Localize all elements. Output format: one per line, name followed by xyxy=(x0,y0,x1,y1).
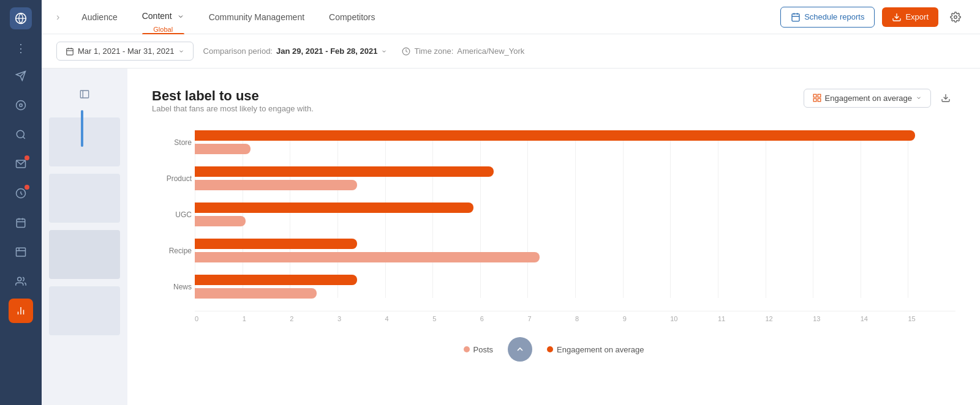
export-button[interactable]: Export xyxy=(882,7,938,27)
bar-row-product: Product xyxy=(195,166,956,190)
x-tick: 13 xyxy=(813,315,861,322)
app-container: ⋮ › xyxy=(0,0,980,405)
salmon-bar-store xyxy=(195,144,251,154)
svg-rect-22 xyxy=(792,13,799,21)
nav-actions: Schedule reports Export xyxy=(780,7,965,28)
x-tick: 0 xyxy=(195,315,243,322)
salmon-bar-product xyxy=(195,180,357,190)
legend-posts: Posts xyxy=(464,345,494,354)
orange-bar-store xyxy=(195,130,915,141)
sidebar-item-chart[interactable] xyxy=(9,299,33,323)
chart-title: Best label to use xyxy=(152,88,314,104)
svg-rect-38 xyxy=(818,98,821,102)
svg-line-10 xyxy=(21,193,22,195)
panel-thumbnail-2 xyxy=(49,174,120,223)
sidebar-item-team[interactable] xyxy=(9,269,33,294)
chart-header: Best label to use Label that fans are mo… xyxy=(152,88,956,128)
x-tick: 15 xyxy=(908,315,956,322)
tab-content[interactable]: Content Global xyxy=(130,0,197,34)
bar-label-recipe: Recipe xyxy=(152,247,192,255)
panel-thumbnail-3 xyxy=(49,230,120,279)
bar-row-store: Store xyxy=(195,130,956,154)
svg-point-3 xyxy=(17,101,26,110)
nav-tabs: Audience Content Global Community Manage… xyxy=(69,0,780,34)
app-logo[interactable] xyxy=(10,7,32,29)
left-panel xyxy=(42,69,127,405)
x-tick: 14 xyxy=(861,315,908,322)
svg-point-18 xyxy=(18,277,21,281)
filter-bar: Mar 1, 2021 - Mar 31, 2021 Comparison pe… xyxy=(42,34,980,69)
scroll-up-button[interactable] xyxy=(508,337,532,362)
tab-community-management[interactable]: Community Management xyxy=(197,1,317,33)
bar-chart: Store Product UGC Recipe xyxy=(152,130,956,322)
x-tick: 12 xyxy=(766,315,813,322)
x-tick: 5 xyxy=(432,315,480,322)
date-range-filter[interactable]: Mar 1, 2021 - Mar 31, 2021 xyxy=(56,42,194,61)
x-tick: 8 xyxy=(575,315,623,322)
bars-store xyxy=(195,130,956,154)
chart-controls: Engagement on average xyxy=(804,88,956,108)
sidebar-item-page[interactable] xyxy=(9,93,33,117)
sidebar-item-search[interactable] xyxy=(9,122,33,147)
svg-point-5 xyxy=(17,130,24,138)
chart-container: Best label to use Label that fans are mo… xyxy=(127,69,980,405)
schedule-reports-button[interactable]: Schedule reports xyxy=(780,7,875,28)
svg-rect-36 xyxy=(818,94,821,97)
orange-bar-product xyxy=(195,166,494,177)
bar-row-news: News xyxy=(195,275,956,299)
nav-back-button[interactable]: › xyxy=(56,12,59,23)
bar-label-ugc: UGC xyxy=(152,210,192,219)
bars-news xyxy=(195,275,956,299)
svg-rect-15 xyxy=(17,248,26,256)
timezone-filter: Time zone: America/New_York xyxy=(402,46,524,56)
bars-product xyxy=(195,166,956,190)
legend-dot-engagement xyxy=(547,346,553,352)
sidebar-item-publish[interactable] xyxy=(9,64,33,88)
bar-row-recipe: Recipe xyxy=(195,239,956,262)
sidebar-item-inbox[interactable] xyxy=(9,152,33,176)
sidebar: ⋮ xyxy=(0,0,42,405)
sidebar-item-calendar2[interactable] xyxy=(9,240,33,264)
tab-competitors[interactable]: Competitors xyxy=(317,1,387,33)
chart-inner: Store Product UGC Recipe xyxy=(195,130,956,322)
x-tick: 10 xyxy=(670,315,718,322)
download-chart-button[interactable] xyxy=(936,88,956,108)
panel-nav-icon[interactable] xyxy=(74,83,96,105)
bars-ugc xyxy=(195,202,956,226)
orange-bar-ugc xyxy=(195,202,473,213)
bar-label-news: News xyxy=(152,283,192,291)
x-tick: 6 xyxy=(480,315,528,322)
svg-rect-11 xyxy=(17,219,25,228)
salmon-bar-news xyxy=(195,288,317,299)
legend-dot-posts xyxy=(464,346,470,352)
scroll-indicator xyxy=(81,110,83,147)
top-navigation: › Audience Content Global Community Mana… xyxy=(42,0,980,34)
svg-rect-28 xyxy=(67,48,74,55)
chart-title-section: Best label to use Label that fans are mo… xyxy=(152,88,314,128)
content-area: Best label to use Label that fans are mo… xyxy=(42,69,980,405)
main-content: › Audience Content Global Community Mana… xyxy=(42,0,980,405)
bars-recipe xyxy=(195,239,956,262)
x-tick: 4 xyxy=(385,315,433,322)
metric-selector[interactable]: Engagement on average xyxy=(804,89,931,108)
svg-rect-35 xyxy=(813,94,816,97)
legend-engagement: Engagement on average xyxy=(547,345,644,354)
svg-line-6 xyxy=(23,136,24,138)
sidebar-item-analytics[interactable] xyxy=(9,181,33,206)
orange-bar-news xyxy=(195,275,357,285)
x-tick: 9 xyxy=(623,315,671,322)
chart-subtitle: Label that fans are most likely to engag… xyxy=(152,104,314,113)
orange-bar-recipe xyxy=(195,239,357,249)
panel-thumbnail-1 xyxy=(49,117,120,166)
x-tick: 7 xyxy=(527,315,575,322)
salmon-bar-ugc xyxy=(195,216,246,226)
more-options-icon[interactable]: ⋮ xyxy=(10,37,31,60)
settings-button[interactable] xyxy=(946,7,965,27)
comparison-period-filter: Comparison period: Jan 29, 2021 - Feb 28… xyxy=(203,46,388,56)
svg-rect-33 xyxy=(80,91,88,98)
bar-row-ugc: UGC xyxy=(195,202,956,226)
sidebar-item-calendar1[interactable] xyxy=(9,210,33,235)
x-tick: 2 xyxy=(290,315,337,322)
tab-audience[interactable]: Audience xyxy=(69,1,129,33)
x-axis: 0123456789101112131415 xyxy=(195,311,956,322)
